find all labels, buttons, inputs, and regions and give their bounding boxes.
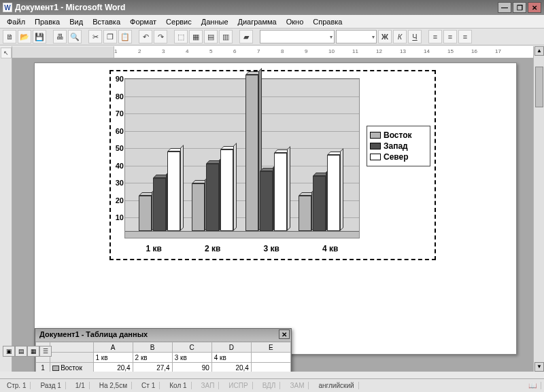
bar-Север-2 кв[interactable]: [220, 149, 233, 231]
menu-5[interactable]: Сервис: [162, 16, 196, 27]
menu-bar: ФайлПравкаВидВставкаФорматСервисДанныеДи…: [0, 15, 544, 29]
status-trk: ИСПР: [224, 382, 252, 389]
title-bar: W Документ1 - Microsoft Word — ❐ ✕: [0, 0, 544, 15]
bar-Восток-4 кв[interactable]: [299, 196, 311, 231]
menu-8[interactable]: Окно: [282, 16, 308, 27]
by-row-button[interactable]: ▤: [204, 30, 218, 43]
bar-Восток-2 кв[interactable]: [192, 183, 205, 231]
app-icon: W: [3, 3, 12, 12]
paste-button[interactable]: 📋: [118, 30, 132, 43]
print-view-button[interactable]: ▦: [27, 346, 39, 357]
menu-4[interactable]: Формат: [126, 16, 160, 27]
font-combo[interactable]: [260, 30, 335, 43]
fill-color-button[interactable]: ▰: [239, 30, 253, 43]
table-row[interactable]: 1Восток20,427,49020,4: [36, 363, 291, 372]
view-mode-buttons: ▣ ▤ ▦ ☰: [3, 346, 52, 357]
status-pages: 1/1: [71, 382, 90, 389]
menu-2[interactable]: Вид: [65, 16, 87, 27]
close-button[interactable]: ✕: [528, 2, 541, 13]
bar-Север-1 кв[interactable]: [167, 152, 180, 231]
bar-Восток-1 кв[interactable]: [139, 196, 152, 231]
menu-6[interactable]: Данные: [197, 16, 233, 27]
datasheet-title-text: Документ1 - Таблица данных: [39, 330, 148, 338]
xlabel: 1 кв: [146, 244, 162, 253]
status-rec: ЗАП: [197, 382, 220, 389]
bold-button[interactable]: Ж: [378, 30, 392, 43]
web-view-button[interactable]: ▤: [15, 346, 27, 357]
cut-button[interactable]: ✂: [88, 30, 102, 43]
status-col: Кол 1: [165, 382, 191, 389]
new-doc-button[interactable]: 🗎: [3, 30, 16, 43]
xlabel: 3 кв: [264, 244, 279, 253]
align-left-button[interactable]: ≡: [428, 30, 442, 43]
scroll-up-icon[interactable]: ▲: [534, 46, 544, 56]
legend-item[interactable]: Запад: [370, 141, 427, 151]
italic-button[interactable]: К: [393, 30, 407, 43]
xlabel: 4 кв: [322, 244, 338, 253]
datasheet-window[interactable]: Документ1 - Таблица данных ✕ ABCDE1 кв2 …: [35, 328, 292, 372]
bar-Запад-3 кв[interactable]: [260, 171, 273, 231]
datasheet-close-button[interactable]: ✕: [279, 329, 290, 339]
save-button[interactable]: 💾: [33, 30, 46, 43]
datasheet-grid[interactable]: ABCDE1 кв2 кв3 кв4 кв1Восток20,427,49020…: [35, 341, 291, 372]
menu-9[interactable]: Справка: [309, 16, 346, 27]
xlabel: 2 кв: [205, 244, 220, 253]
status-ext: ВДЛ: [258, 382, 281, 389]
status-ovr: ЗАМ: [286, 382, 309, 389]
chart-x-labels: 1 кв2 кв3 кв4 кв: [124, 244, 360, 253]
bar-Север-3 кв[interactable]: [274, 153, 287, 231]
chart-plot-area: 102030405060708090: [124, 78, 360, 238]
toolbar-standard: 🗎 📂 💾 🖶 🔍 ✂ ❐ 📋 ↶ ↷ ⬚ ▦ ▤ ▥ ▰ Ж К Ч ≡ ≡ …: [0, 29, 544, 46]
menu-1[interactable]: Правка: [31, 16, 64, 27]
chart-object[interactable]: 102030405060708090 1 кв2 кв3 кв4 кв Вост…: [109, 70, 436, 260]
status-line: Ст 1: [137, 382, 160, 389]
print-button[interactable]: 🖶: [53, 30, 67, 43]
pointer-tool[interactable]: ↖: [1, 48, 12, 58]
menu-7[interactable]: Диаграмма: [234, 16, 281, 27]
bar-Север-4 кв[interactable]: [327, 155, 340, 231]
status-page: Стр. 1: [3, 382, 31, 389]
window-title: Документ1 - Microsoft Word: [15, 3, 498, 12]
legend-item[interactable]: Восток: [370, 130, 427, 140]
datasheet-title[interactable]: Документ1 - Таблица данных ✕: [35, 329, 291, 341]
status-section: Разд 1: [36, 382, 65, 389]
horizontal-ruler[interactable]: 1234567891011121314151617: [12, 46, 533, 58]
chart-floor: [125, 231, 359, 238]
vertical-toolbar: ↖: [0, 46, 12, 372]
chart-legend[interactable]: ВостокЗападСевер: [367, 126, 430, 166]
bar-Запад-2 кв[interactable]: [206, 164, 219, 231]
maximize-button[interactable]: ❐: [513, 2, 526, 13]
align-right-button[interactable]: ≡: [458, 30, 472, 43]
menu-0[interactable]: Файл: [3, 16, 29, 27]
vertical-scrollbar[interactable]: ▲ ▼: [533, 46, 544, 372]
document-workspace: ↖ 1234567891011121314151617 ▲ ▼ 10203040…: [0, 46, 544, 372]
align-center-button[interactable]: ≡: [443, 30, 457, 43]
bar-Запад-1 кв[interactable]: [153, 178, 166, 231]
menu-3[interactable]: Вставка: [88, 16, 124, 27]
open-button[interactable]: 📂: [18, 30, 31, 43]
document-page: 102030405060708090 1 кв2 кв3 кв4 кв Вост…: [34, 63, 517, 355]
chart-edit-button[interactable]: ⬚: [174, 30, 188, 43]
data-table-button[interactable]: ▦: [189, 30, 203, 43]
status-at: На 2,5см: [95, 382, 132, 389]
status-lang[interactable]: английский: [314, 382, 358, 389]
minimize-button[interactable]: —: [498, 2, 511, 13]
normal-view-button[interactable]: ▣: [3, 346, 15, 357]
scroll-thumb[interactable]: [535, 67, 543, 107]
copy-button[interactable]: ❐: [103, 30, 117, 43]
outline-view-button[interactable]: ☰: [39, 346, 52, 357]
bar-Восток-3 кв[interactable]: [245, 75, 258, 231]
legend-item[interactable]: Север: [370, 152, 427, 162]
underline-button[interactable]: Ч: [408, 30, 422, 43]
status-bar: Стр. 1 Разд 1 1/1 На 2,5см Ст 1 Кол 1 ЗА…: [0, 378, 544, 392]
print-preview-button[interactable]: 🔍: [68, 30, 82, 43]
status-book-icon[interactable]: 📖: [524, 382, 541, 389]
by-col-button[interactable]: ▥: [219, 30, 233, 43]
redo-button[interactable]: ↷: [154, 30, 167, 43]
undo-button[interactable]: ↶: [139, 30, 152, 43]
bar-Запад-4 кв[interactable]: [313, 176, 326, 231]
scroll-down-icon[interactable]: ▼: [534, 362, 544, 372]
font-size-combo[interactable]: [336, 30, 377, 43]
